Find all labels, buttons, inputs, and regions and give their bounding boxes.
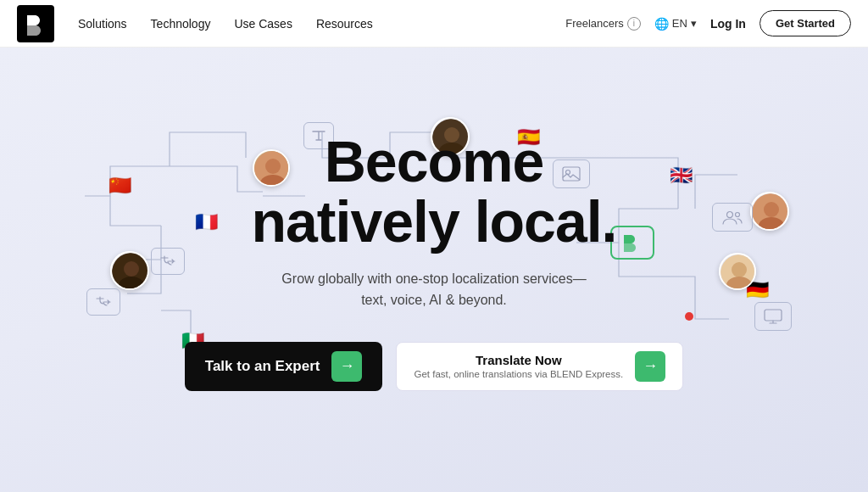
nav-solutions[interactable]: Solutions xyxy=(78,17,127,31)
nav-right: Freelancers i 🌐 EN ▾ Log In Get Started xyxy=(565,10,851,36)
flag-china: 🇨🇳 xyxy=(108,176,131,195)
blend-logo-decoration xyxy=(610,226,654,260)
translate-icon-bottom-left xyxy=(86,288,120,316)
avatar-3 xyxy=(750,192,789,231)
nav-resources[interactable]: Resources xyxy=(316,17,373,31)
red-dot-indicator xyxy=(685,312,693,321)
cta-row: Talk to an Expert → Translate Now Get fa… xyxy=(185,342,683,391)
login-button[interactable]: Log In xyxy=(710,17,746,31)
svg-point-18 xyxy=(736,213,740,217)
chevron-down-icon: ▾ xyxy=(691,17,697,30)
avatar-4 xyxy=(719,253,756,290)
nav-links: Solutions Technology Use Cases Resources xyxy=(78,17,565,31)
nav-use-cases[interactable]: Use Cases xyxy=(234,17,292,31)
headline-line1: Become xyxy=(252,131,617,192)
svg-rect-19 xyxy=(765,310,782,321)
translate-now-sub: Get fast, online translations via BLEND … xyxy=(414,369,623,379)
expert-arrow-icon: → xyxy=(331,351,362,382)
translate-now-title: Translate Now xyxy=(414,353,623,367)
translate-now-button[interactable]: Translate Now Get fast, online translati… xyxy=(396,342,683,391)
avatar-5 xyxy=(110,251,149,290)
freelancers-link[interactable]: Freelancers i xyxy=(565,17,641,31)
flag-uk: 🇬🇧 xyxy=(670,166,693,185)
nav-technology[interactable]: Technology xyxy=(151,17,211,31)
svg-point-17 xyxy=(727,212,733,218)
translate-icon-left xyxy=(151,248,185,275)
group-icon-box xyxy=(712,203,753,232)
talk-to-expert-label: Talk to an Expert xyxy=(205,358,320,375)
svg-point-7 xyxy=(764,202,779,217)
flag-france: 🇫🇷 xyxy=(195,213,218,232)
translate-arrow-icon: → xyxy=(635,351,665,382)
hero-headline-block: Become natively local. Grow globally wit… xyxy=(252,131,617,311)
talk-to-expert-button[interactable]: Talk to an Expert → xyxy=(185,342,383,391)
brand-logo[interactable] xyxy=(17,5,54,42)
globe-icon: 🌐 xyxy=(654,17,669,31)
info-icon[interactable]: i xyxy=(627,17,641,31)
svg-point-10 xyxy=(732,262,747,277)
get-started-button[interactable]: Get Started xyxy=(760,10,851,36)
svg-point-13 xyxy=(124,261,139,277)
headline-line2: natively local. xyxy=(252,192,617,252)
hero-subtext: Grow globally with one-stop localization… xyxy=(252,268,617,311)
presentation-icon-box xyxy=(754,302,792,331)
hero-section: 🇨🇳 🇫🇷 🇮🇹 🇪🇸 🇬🇧 🇩🇪 xyxy=(0,48,868,492)
navbar: Solutions Technology Use Cases Resources… xyxy=(0,0,868,48)
language-selector[interactable]: 🌐 EN ▾ xyxy=(654,17,697,31)
